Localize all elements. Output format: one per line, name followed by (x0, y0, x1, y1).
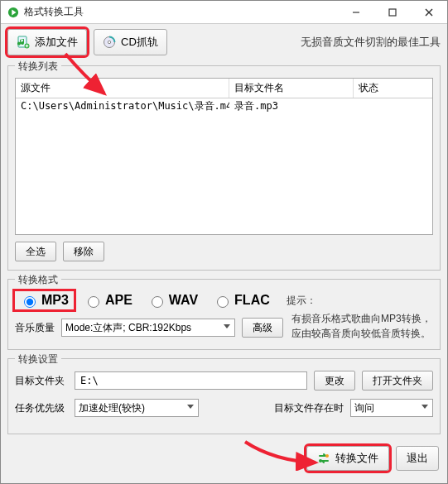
conversion-list-group: 转换列表 源文件 目标文件名 状态 C:\Users\Administrator… (7, 65, 441, 271)
minimize-button[interactable] (338, 1, 374, 23)
chevron-down-icon (223, 322, 231, 330)
priority-combo[interactable]: 加速处理(较快) (75, 399, 199, 417)
format-group: 转换格式 MP3 APE WAV FLAC 提示： (7, 279, 441, 350)
exists-combo[interactable]: 询问 (350, 399, 433, 417)
col-target[interactable]: 目标文件名 (229, 79, 354, 98)
format-group-label: 转换格式 (15, 273, 61, 287)
target-folder-input[interactable] (75, 371, 307, 390)
window-title: 格式转换工具 (24, 5, 84, 19)
chevron-down-icon (186, 402, 195, 410)
exists-label: 目标文件存在时 (274, 401, 344, 415)
col-status[interactable]: 状态 (354, 79, 432, 98)
quality-label: 音乐质量 (15, 321, 55, 335)
radio-input[interactable] (152, 296, 163, 308)
svg-point-9 (108, 41, 110, 43)
svg-marker-10 (224, 324, 230, 328)
exit-label: 退出 (407, 451, 428, 466)
radio-input[interactable] (217, 296, 229, 308)
table-row[interactable]: C:\Users\Administrator\Music\录音.m4a 录音.m… (16, 98, 432, 114)
exit-button[interactable]: 退出 (396, 446, 439, 471)
cell-source: C:\Users\Administrator\Music\录音.m4a (16, 98, 229, 114)
format-option-label: FLAC (234, 293, 270, 308)
col-source[interactable]: 源文件 (16, 79, 229, 98)
cd-rip-button[interactable]: CD抓轨 (94, 29, 167, 55)
close-button[interactable] (411, 1, 447, 23)
convert-button[interactable]: 转换文件 (306, 446, 389, 471)
settings-group-label: 转换设置 (15, 352, 61, 367)
format-ape-radio[interactable]: APE (79, 291, 137, 309)
maximize-button[interactable] (374, 1, 411, 23)
app-icon (7, 7, 19, 18)
format-wav-radio[interactable]: WAV (142, 291, 203, 309)
chevron-down-icon (421, 402, 429, 410)
radio-input[interactable] (88, 296, 99, 308)
cell-status (354, 98, 432, 114)
quality-value: Mode:立体声; CBR:192Kbps (65, 321, 191, 335)
settings-group: 转换设置 目标文件夹 更改 打开文件夹 任务优先级 加速处理(较快) 目标文件存… (7, 358, 441, 434)
conversion-list-table[interactable]: 源文件 目标文件名 状态 C:\Users\Administrator\Musi… (15, 78, 433, 235)
footer: 转换文件 退出 (1, 443, 447, 477)
convert-label: 转换文件 (335, 451, 378, 466)
format-flac-radio[interactable]: FLAC (208, 291, 275, 309)
cell-target: 录音.mp3 (229, 98, 354, 114)
priority-label: 任务优先级 (15, 401, 68, 415)
tip-body: 有损音乐格式歌曲向MP3转换，应由较高音质向较低音质转换。 (291, 311, 433, 341)
convert-icon (317, 452, 330, 465)
format-option-label: WAV (169, 293, 198, 308)
conversion-list-group-label: 转换列表 (15, 60, 61, 74)
format-option-label: MP3 (41, 293, 69, 308)
table-header: 源文件 目标文件名 状态 (16, 79, 432, 98)
target-folder-label: 目标文件夹 (15, 374, 68, 388)
radio-input[interactable] (24, 296, 36, 308)
format-mp3-radio[interactable]: MP3 (15, 291, 74, 309)
advanced-button[interactable]: 高级 (242, 318, 283, 338)
titlebar: 格式转换工具 (1, 1, 447, 24)
add-file-label: 添加文件 (35, 35, 78, 50)
svg-marker-11 (187, 405, 194, 409)
format-option-label: APE (105, 293, 132, 308)
svg-rect-3 (389, 9, 396, 16)
priority-value: 加速处理(较快) (79, 401, 145, 415)
cd-icon (103, 36, 116, 49)
select-all-button[interactable]: 全选 (15, 242, 56, 261)
toolbar: 添加文件 CD抓轨 无损音质文件切割的最佳工具 (1, 24, 447, 60)
quality-combo[interactable]: Mode:立体声; CBR:192Kbps (61, 319, 235, 337)
open-folder-button[interactable]: 打开文件夹 (362, 371, 433, 391)
cd-rip-label: CD抓轨 (121, 35, 158, 50)
svg-point-14 (319, 459, 322, 462)
remove-button[interactable]: 移除 (63, 242, 104, 261)
svg-point-13 (325, 454, 329, 458)
exists-value: 询问 (354, 401, 374, 415)
music-file-icon (17, 36, 30, 49)
svg-marker-12 (422, 405, 428, 409)
change-folder-button[interactable]: 更改 (314, 371, 355, 391)
toolbar-slogan: 无损音质文件切割的最佳工具 (301, 35, 441, 50)
tip-title: 提示： (287, 293, 433, 308)
add-file-button[interactable]: 添加文件 (7, 29, 87, 55)
